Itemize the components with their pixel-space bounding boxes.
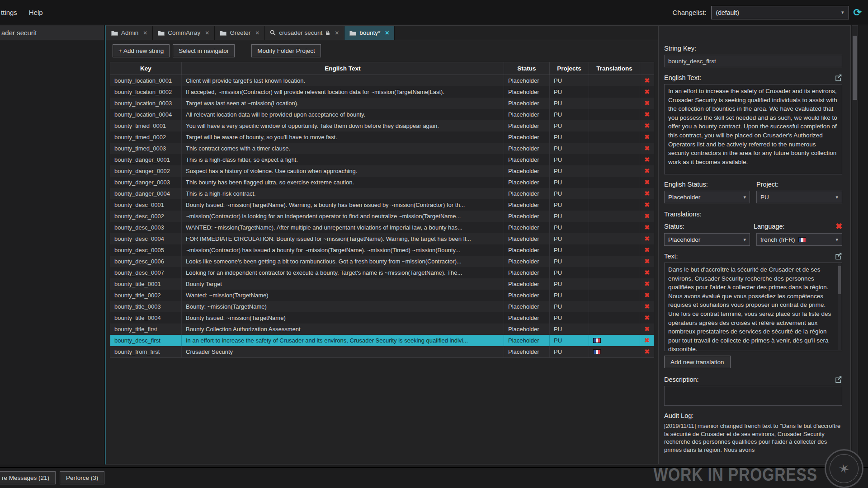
toolbar: + Add new string Select in navigator Mod… xyxy=(106,40,658,61)
menu-item-settings[interactable]: ttings xyxy=(1,9,17,16)
delete-icon[interactable]: ✖ xyxy=(644,145,650,152)
row-translations xyxy=(589,346,640,357)
table-row[interactable]: bounty_desc_0004FOR IMMEDIATE CIRCULATIO… xyxy=(110,233,654,244)
add-new-string-button[interactable]: + Add new string xyxy=(113,44,170,57)
table-row[interactable]: bounty_from_firstCrusader SecurityPlaceh… xyxy=(110,346,654,357)
sidebar-item-crusader-securit[interactable]: ader securit xyxy=(0,25,104,40)
table-row[interactable]: bounty_desc_0002~mission(Contractor) is … xyxy=(110,211,654,222)
table-row[interactable]: bounty_desc_0003WANTED: ~mission(TargetN… xyxy=(110,222,654,233)
tab-close-icon[interactable]: ✕ xyxy=(385,30,389,36)
delete-icon[interactable]: ✖ xyxy=(644,224,650,231)
translation-status-dropdown[interactable]: Placeholder ▾ xyxy=(664,233,750,246)
table-row[interactable]: bounty_danger_0001This is a high-class h… xyxy=(110,154,654,165)
description-area[interactable] xyxy=(664,386,842,406)
tab-close-icon[interactable]: ✕ xyxy=(255,30,259,36)
delete-icon[interactable]: ✖ xyxy=(644,133,650,141)
translation-status-value: Placeholder xyxy=(668,236,700,243)
delete-icon[interactable]: ✖ xyxy=(644,167,650,174)
edit-external-icon[interactable] xyxy=(835,74,842,81)
translation-text-area[interactable]: Dans le but d'accroître la sécurité de C… xyxy=(664,263,842,351)
project-dropdown[interactable]: PU ▾ xyxy=(756,191,842,203)
delete-icon[interactable]: ✖ xyxy=(644,325,650,333)
tab-close-icon[interactable]: ✕ xyxy=(143,30,147,36)
english-status-dropdown[interactable]: Placeholder ▾ xyxy=(664,191,750,203)
table-row[interactable]: bounty_danger_0003This bounty has been f… xyxy=(110,177,654,188)
menu-item-help[interactable]: Help xyxy=(29,9,43,16)
tab-crusader-securit[interactable]: crusader securit✕ xyxy=(265,26,344,40)
delete-icon[interactable]: ✖ xyxy=(644,88,650,95)
refresh-icon[interactable]: ⟳ xyxy=(854,8,862,18)
table-row[interactable]: bounty_title_firstBounty Collection Auth… xyxy=(110,324,654,335)
translation-language-dropdown[interactable]: french (frFR) ▾ xyxy=(756,233,842,246)
delete-icon[interactable]: ✖ xyxy=(644,111,650,118)
tab-admin[interactable]: Admin✕ xyxy=(106,26,153,40)
table-row[interactable]: bounty_desc_0001Bounty Issued: ~mission(… xyxy=(110,199,654,211)
table-row[interactable]: bounty_title_0004Bounty Issued: ~mission… xyxy=(110,312,654,324)
table-row[interactable]: bounty_timed_0002Target will be aware of… xyxy=(110,131,654,143)
delete-icon[interactable]: ✖ xyxy=(644,303,650,310)
delete-icon[interactable]: ✖ xyxy=(644,122,650,129)
edit-external-icon[interactable] xyxy=(835,252,842,260)
table-row[interactable]: bounty_desc_firstIn an effort to increas… xyxy=(110,335,654,346)
row-key: bounty_desc_0004 xyxy=(110,233,182,244)
column-header-key[interactable]: Key xyxy=(110,62,182,75)
textarea-scrollbar[interactable] xyxy=(838,263,841,350)
row-key: bounty_title_first xyxy=(110,324,182,335)
column-header-translations[interactable]: Translations xyxy=(589,62,640,75)
tab-bounty[interactable]: bounty*✕ xyxy=(344,26,395,40)
table-row[interactable]: bounty_title_0003Bounty: ~mission(Target… xyxy=(110,301,654,312)
table-row[interactable]: bounty_location_0001Client will provide … xyxy=(110,75,654,86)
delete-icon[interactable]: ✖ xyxy=(644,280,650,287)
delete-icon[interactable]: ✖ xyxy=(644,269,650,276)
table-row[interactable]: bounty_location_0004All relevant locatio… xyxy=(110,109,654,120)
delete-icon[interactable]: ✖ xyxy=(644,235,650,242)
delete-icon[interactable]: ✖ xyxy=(644,178,650,186)
core-messages-button[interactable]: re Messages (21) xyxy=(0,471,56,484)
table-row[interactable]: bounty_location_0003Target was last seen… xyxy=(110,98,654,109)
tab-label: Greeter xyxy=(230,29,250,36)
delete-icon[interactable]: ✖ xyxy=(644,212,650,220)
add-new-translation-button[interactable]: Add new translation xyxy=(664,356,731,368)
delete-icon[interactable]: ✖ xyxy=(644,77,650,84)
row-translations xyxy=(589,301,640,312)
select-in-navigator-button[interactable]: Select in navigator xyxy=(173,44,235,57)
scrollbar-thumb[interactable] xyxy=(853,36,857,100)
tab-close-icon[interactable]: ✕ xyxy=(335,30,339,36)
table-row[interactable]: bounty_location_0002If accepted, ~missio… xyxy=(110,86,654,98)
delete-icon[interactable]: ✖ xyxy=(644,291,650,299)
delete-icon[interactable]: ✖ xyxy=(644,348,650,355)
table-row[interactable]: bounty_timed_0003This contract comes wit… xyxy=(110,143,654,154)
table-row[interactable]: bounty_desc_0005~mission(Contractor) has… xyxy=(110,244,654,256)
column-header-status[interactable]: Status xyxy=(504,62,550,75)
delete-icon[interactable]: ✖ xyxy=(644,156,650,163)
table-row[interactable]: bounty_desc_0006Looks like someone's bee… xyxy=(110,256,654,267)
edit-external-icon[interactable] xyxy=(835,375,842,383)
remove-translation-icon[interactable]: ✖ xyxy=(835,222,842,230)
column-header-english-text[interactable]: English Text xyxy=(182,62,504,75)
delete-icon[interactable]: ✖ xyxy=(644,246,650,253)
table-row[interactable]: bounty_desc_0007Looking for an independe… xyxy=(110,267,654,278)
delete-icon[interactable]: ✖ xyxy=(644,258,650,265)
vertical-scrollbar[interactable] xyxy=(852,25,858,465)
delete-icon[interactable]: ✖ xyxy=(644,190,650,197)
delete-icon[interactable]: ✖ xyxy=(644,201,650,208)
table-row[interactable]: bounty_timed_0001You will have a very sp… xyxy=(110,120,654,131)
tab-close-icon[interactable]: ✕ xyxy=(205,30,209,36)
modify-folder-project-button[interactable]: Modify Folder Project xyxy=(251,44,321,57)
table-row[interactable]: bounty_title_0002Wanted: ~mission(Target… xyxy=(110,290,654,301)
table-row[interactable]: bounty_danger_0004This is a high-risk co… xyxy=(110,188,654,199)
tab-greeter[interactable]: Greeter✕ xyxy=(215,26,265,40)
perforce-button[interactable]: Perforce (3) xyxy=(60,471,104,484)
english-text-area[interactable]: In an effort to increase the safety of C… xyxy=(664,84,842,174)
changelist-dropdown[interactable]: (default) ▾ xyxy=(711,6,849,19)
delete-icon[interactable]: ✖ xyxy=(644,337,650,344)
string-key-input[interactable] xyxy=(664,55,842,67)
tab-commarray[interactable]: CommArray✕ xyxy=(153,26,215,40)
delete-icon[interactable]: ✖ xyxy=(644,314,650,321)
table-row[interactable]: bounty_danger_0002Suspect has a history … xyxy=(110,165,654,177)
table-row[interactable]: bounty_title_0001Bounty TargetPlaceholde… xyxy=(110,278,654,290)
column-header-projects[interactable]: Projects xyxy=(550,62,589,75)
row-projects: PU xyxy=(550,86,589,98)
delete-icon[interactable]: ✖ xyxy=(644,99,650,107)
row-projects: PU xyxy=(550,233,589,244)
